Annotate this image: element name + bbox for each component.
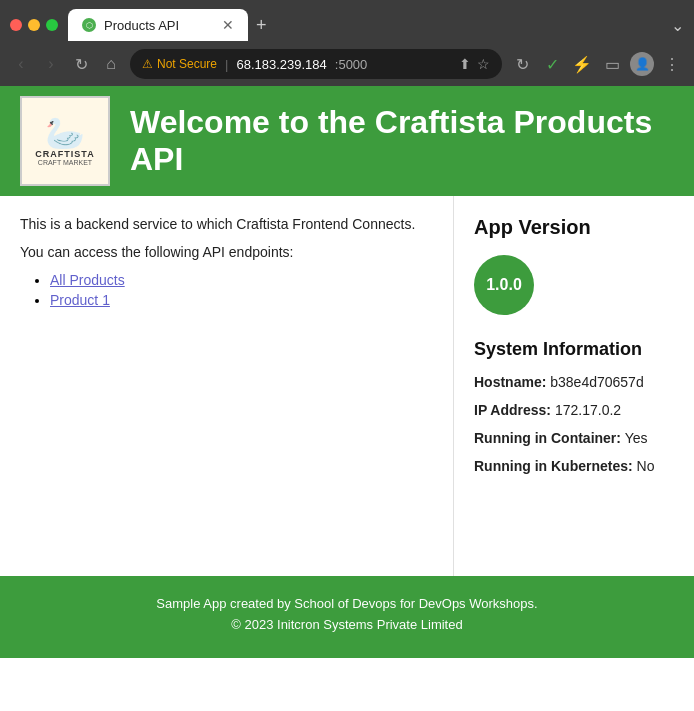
close-button[interactable]	[10, 19, 22, 31]
reading-mode-icon[interactable]: ▭	[600, 55, 624, 74]
address-bar: ‹ › ↻ ⌂ ⚠ Not Secure | 68.183.239.184 :5…	[0, 42, 694, 86]
list-item: All Products	[50, 272, 433, 288]
container-value: Yes	[625, 430, 648, 446]
intro-text: This is a backend service to which Craft…	[20, 216, 433, 232]
tab-title: Products API	[104, 18, 179, 33]
traffic-lights	[10, 19, 58, 31]
logo-tagline: CRAFT MARKET	[35, 159, 94, 166]
tab-favicon: ⬡	[82, 18, 96, 32]
url-port: :5000	[335, 57, 368, 72]
bookmark-icon[interactable]: ☆	[477, 56, 490, 72]
user-avatar[interactable]: 👤	[630, 52, 654, 76]
main-content: This is a backend service to which Craft…	[0, 196, 694, 576]
url-separator: |	[225, 57, 228, 72]
logo-box: 🦢 CRAFTISTA CRAFT MARKET	[20, 96, 110, 186]
system-info-title: System Information	[474, 339, 674, 360]
hostname-row: Hostname: b38e4d70657d	[474, 374, 674, 390]
all-products-link[interactable]: All Products	[50, 272, 125, 288]
ip-row: IP Address: 172.17.0.2	[474, 402, 674, 418]
maximize-button[interactable]	[46, 19, 58, 31]
page-title: Welcome to the Craftista Products API	[130, 104, 674, 178]
back-button[interactable]: ‹	[10, 55, 32, 73]
title-bar: ⬡ Products API ✕ + ⌄	[0, 0, 694, 42]
page-footer: Sample App created by School of Devops f…	[0, 576, 694, 658]
browser-chrome: ⬡ Products API ✕ + ⌄ ‹ › ↻ ⌂ ⚠ Not Secur…	[0, 0, 694, 86]
hostname-label: Hostname:	[474, 374, 546, 390]
footer-line1: Sample App created by School of Devops f…	[20, 596, 674, 611]
warning-icon: ⚠	[142, 57, 153, 71]
extensions-icon[interactable]: ⚡	[570, 55, 594, 74]
url-action-icons: ⬆ ☆	[459, 56, 490, 72]
url-host: 68.183.239.184	[236, 57, 326, 72]
container-label: Running in Container:	[474, 430, 621, 446]
left-panel: This is a backend service to which Craft…	[0, 196, 454, 576]
toolbar-icons: ↻ ✓ ⚡ ▭ 👤 ⋮	[510, 52, 684, 76]
share-icon[interactable]: ⬆	[459, 56, 471, 72]
tab-close-button[interactable]: ✕	[222, 17, 234, 33]
container-row: Running in Container: Yes	[474, 430, 674, 446]
forward-button[interactable]: ›	[40, 55, 62, 73]
active-tab[interactable]: ⬡ Products API ✕	[68, 9, 248, 41]
product-1-link[interactable]: Product 1	[50, 292, 110, 308]
endpoints-list: All Products Product 1	[50, 272, 433, 308]
version-badge: 1.0.0	[474, 255, 534, 315]
kubernetes-value: No	[637, 458, 655, 474]
ip-label: IP Address:	[474, 402, 551, 418]
page-header: 🦢 CRAFTISTA CRAFT MARKET Welcome to the …	[0, 86, 694, 196]
new-tab-button[interactable]: +	[256, 15, 267, 36]
right-panel: App Version 1.0.0 System Information Hos…	[454, 196, 694, 576]
kubernetes-row: Running in Kubernetes: No	[474, 458, 674, 474]
not-secure-label: Not Secure	[157, 57, 217, 71]
ip-value: 172.17.0.2	[555, 402, 621, 418]
endpoints-label: You can access the following API endpoin…	[20, 244, 433, 260]
kubernetes-label: Running in Kubernetes:	[474, 458, 633, 474]
shield-check-icon[interactable]: ✓	[540, 55, 564, 74]
footer-line2: © 2023 Initcron Systems Private Limited	[20, 617, 674, 632]
list-item: Product 1	[50, 292, 433, 308]
page-content: 🦢 CRAFTISTA CRAFT MARKET Welcome to the …	[0, 86, 694, 658]
sync-icon[interactable]: ↻	[510, 55, 534, 74]
minimize-button[interactable]	[28, 19, 40, 31]
reload-button[interactable]: ↻	[70, 55, 92, 74]
menu-icon[interactable]: ⋮	[660, 55, 684, 74]
logo-brand-name: CRAFTISTA	[35, 149, 94, 159]
tab-bar: ⬡ Products API ✕ + ⌄	[68, 9, 684, 41]
hostname-value: b38e4d70657d	[550, 374, 643, 390]
tab-menu-button[interactable]: ⌄	[671, 16, 684, 35]
logo: 🦢 CRAFTISTA CRAFT MARKET	[35, 117, 94, 166]
home-button[interactable]: ⌂	[100, 55, 122, 73]
url-bar[interactable]: ⚠ Not Secure | 68.183.239.184 :5000 ⬆ ☆	[130, 49, 502, 79]
not-secure-indicator: ⚠ Not Secure	[142, 57, 217, 71]
app-version-title: App Version	[474, 216, 674, 239]
logo-icon: 🦢	[35, 117, 94, 149]
